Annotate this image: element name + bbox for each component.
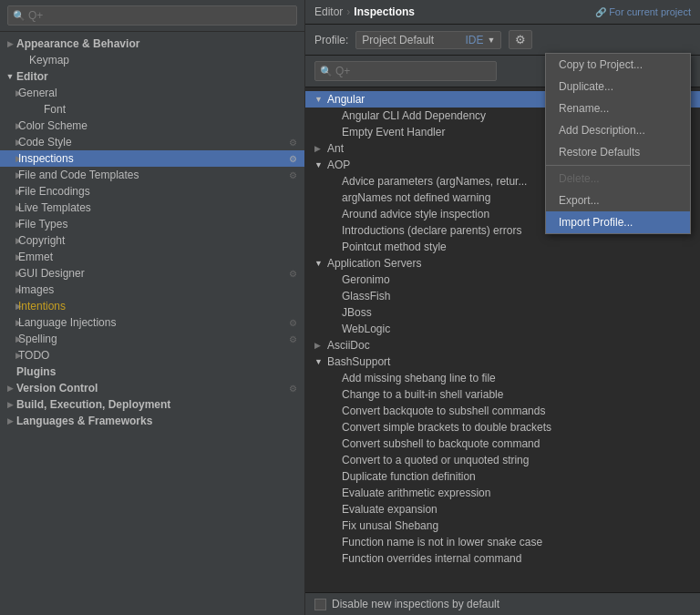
insp-item-label: Function name is not in lower snake case bbox=[327, 536, 691, 548]
insp-item-bash-builtin[interactable]: ▶ Change to a built-in shell variable bbox=[305, 386, 700, 403]
sidebar-item-gui-designer[interactable]: ▶ GUI Designer ⚙ bbox=[0, 265, 304, 282]
sidebar-item-version-control[interactable]: ▶ Version Control ⚙ bbox=[0, 380, 304, 396]
sidebar-tree: ▶ Appearance & Behavior ▶ Keymap ▼ Edito… bbox=[0, 32, 304, 615]
insp-item-weblogic[interactable]: ▶ WebLogic bbox=[305, 321, 700, 337]
dropdown-duplicate[interactable]: Duplicate... bbox=[546, 76, 690, 97]
sidebar-item-color-scheme[interactable]: ▶ Color Scheme bbox=[0, 118, 304, 134]
for-current-label: For current project bbox=[609, 6, 691, 17]
profile-select[interactable]: Project Default IDE ▼ bbox=[355, 31, 501, 49]
sidebar-item-label: GUI Designer bbox=[18, 267, 289, 280]
arrow-spacer: ▶ bbox=[4, 283, 18, 296]
sidebar-item-editor[interactable]: ▼ Editor bbox=[0, 68, 304, 85]
arrow-spacer: ▶ bbox=[4, 169, 18, 181]
arrow-spacer: ▶ bbox=[4, 218, 18, 231]
sidebar-item-copyright[interactable]: ▶ Copyright bbox=[0, 232, 304, 249]
insp-item-bash-arithmetic[interactable]: ▶ Evaluate arithmetic expression bbox=[305, 485, 700, 501]
sidebar-item-label: TODO bbox=[18, 349, 301, 362]
sidebar-item-emmet[interactable]: ▶ Emmet bbox=[0, 249, 304, 265]
dropdown-arrow-icon: ▼ bbox=[487, 36, 495, 45]
profile-gear-button[interactable]: ⚙ bbox=[509, 30, 532, 49]
sidebar-item-file-types[interactable]: ▶ File Types bbox=[0, 216, 304, 232]
sidebar-item-live-templates[interactable]: ▶ Live Templates bbox=[0, 200, 304, 216]
insp-item-bash-shebang2[interactable]: ▶ Fix unusal Shebang bbox=[305, 518, 700, 534]
dropdown-import-profile[interactable]: Import Profile... bbox=[546, 211, 690, 233]
sidebar-search-input[interactable] bbox=[7, 5, 297, 26]
sidebar-item-label: Spelling bbox=[18, 333, 289, 345]
insp-item-bash-subshell[interactable]: ▶ Convert subshell to backquote command bbox=[305, 436, 700, 452]
arrow-spacer: ▶ bbox=[4, 251, 18, 263]
insp-item-bash-quoted[interactable]: ▶ Convert to a quoted or unquoted string bbox=[305, 452, 700, 468]
arrow-spacer: ▶ bbox=[4, 333, 18, 345]
sidebar-item-file-code-templates[interactable]: ▶ File and Code Templates ⚙ bbox=[0, 167, 304, 183]
sidebar-item-inspections[interactable]: ▶ Inspections ⚙ bbox=[0, 150, 304, 167]
sidebar-item-label: Font bbox=[16, 103, 301, 116]
sidebar-item-appearance[interactable]: ▶ Appearance & Behavior bbox=[0, 36, 304, 52]
insp-item-bash-snakecase[interactable]: ▶ Function name is not in lower snake ca… bbox=[305, 534, 700, 550]
insp-group-bashsupport[interactable]: ▼ BashSupport bbox=[305, 354, 700, 370]
insp-item-bash-overrides[interactable]: ▶ Function overrides internal command bbox=[305, 550, 700, 567]
profile-row: Profile: Project Default IDE ▼ ⚙ bbox=[305, 25, 700, 56]
insp-item-label: GlassFish bbox=[327, 290, 691, 302]
sidebar-item-language-injections[interactable]: ▶ Language Injections ⚙ bbox=[0, 314, 304, 331]
disable-new-inspections-checkbox[interactable] bbox=[314, 599, 326, 610]
insp-item-label: Function overrides internal command bbox=[327, 552, 691, 565]
insp-item-label: Duplicate function definition bbox=[327, 470, 691, 483]
sidebar-item-label: Appearance & Behavior bbox=[16, 37, 301, 50]
insp-item-bash-expansion[interactable]: ▶ Evaluate expansion bbox=[305, 501, 700, 518]
insp-item-jboss[interactable]: ▶ JBoss bbox=[305, 304, 700, 321]
profile-select-value: Project Default bbox=[362, 34, 461, 46]
arrow-icon: ▶ bbox=[4, 398, 16, 411]
insp-group-app-servers[interactable]: ▼ Application Servers bbox=[305, 255, 700, 272]
sidebar-search-container: 🔍 bbox=[0, 0, 304, 32]
dropdown-rename[interactable]: Rename... bbox=[546, 97, 690, 119]
insp-item-label: Fix unusal Shebang bbox=[327, 519, 691, 532]
disable-new-inspections-label: Disable new inspections by default bbox=[332, 598, 499, 610]
settings-icon: ⚙ bbox=[289, 170, 301, 180]
insp-item-bash-shebang[interactable]: ▶ Add missing shebang line to file bbox=[305, 370, 700, 386]
inspections-search-input[interactable] bbox=[314, 61, 497, 81]
breadcrumb-editor: Editor bbox=[314, 5, 343, 18]
arrow-icon: ▶ bbox=[4, 316, 18, 329]
sidebar-item-spelling[interactable]: ▶ Spelling ⚙ bbox=[0, 331, 304, 347]
insp-item-glassfish[interactable]: ▶ GlassFish bbox=[305, 288, 700, 304]
sidebar-item-code-style[interactable]: ▶ Code Style ⚙ bbox=[0, 134, 304, 150]
breadcrumb: Editor › Inspections bbox=[314, 5, 415, 18]
sidebar-item-label: Plugins bbox=[16, 365, 301, 378]
insp-item-aop-pointcut[interactable]: ▶ Pointcut method style bbox=[305, 239, 700, 255]
search-icon: 🔍 bbox=[320, 66, 333, 77]
sidebar-item-languages-frameworks[interactable]: ▶ Languages & Frameworks bbox=[0, 413, 304, 429]
search-wrap: 🔍 bbox=[7, 5, 297, 26]
dropdown-copy-to-project[interactable]: Copy to Project... bbox=[546, 54, 690, 76]
arrow-icon: ▶ bbox=[314, 341, 327, 350]
arrow-icon: ▼ bbox=[4, 70, 16, 83]
insp-group-label: BashSupport bbox=[327, 355, 691, 368]
sidebar-item-images[interactable]: ▶ Images bbox=[0, 282, 304, 298]
sidebar-item-font[interactable]: ▶ Font bbox=[0, 101, 304, 118]
arrow-icon: ▶ bbox=[4, 119, 18, 132]
insp-group-asciidoc[interactable]: ▶ AsciiDoc bbox=[305, 337, 700, 354]
dropdown-add-description[interactable]: Add Description... bbox=[546, 119, 690, 141]
dropdown-export[interactable]: Export... bbox=[546, 190, 690, 211]
sidebar-item-todo[interactable]: ▶ TODO bbox=[0, 347, 304, 364]
sidebar-item-general[interactable]: ▶ General bbox=[0, 85, 304, 101]
insp-item-bash-dup-func[interactable]: ▶ Duplicate function definition bbox=[305, 468, 700, 485]
sidebar-item-plugins[interactable]: ▶ Plugins bbox=[0, 364, 304, 380]
sidebar-item-intentions[interactable]: ▶ Intentions bbox=[0, 298, 304, 314]
arrow-icon: ▼ bbox=[314, 357, 327, 366]
sidebar-item-build-execution[interactable]: ▶ Build, Execution, Deployment bbox=[0, 396, 304, 413]
insp-item-bash-brackets[interactable]: ▶ Convert simple brackets to double brac… bbox=[305, 419, 700, 436]
insp-item-geronimo[interactable]: ▶ Geronimo bbox=[305, 272, 700, 288]
right-panel: Editor › Inspections 🔗 For current proje… bbox=[305, 0, 700, 615]
main-container: 🔍 ▶ Appearance & Behavior ▶ Keymap ▼ Edi… bbox=[0, 0, 700, 615]
insp-item-bash-backquote[interactable]: ▶ Convert backquote to subshell commands bbox=[305, 403, 700, 419]
sidebar-item-label: Code Style bbox=[18, 136, 289, 149]
insp-item-label: Change to a built-in shell variable bbox=[327, 388, 691, 401]
sidebar-item-keymap[interactable]: ▶ Keymap bbox=[0, 52, 304, 68]
sidebar-item-label: Intentions bbox=[18, 300, 301, 313]
sidebar-item-file-encodings[interactable]: ▶ File Encodings bbox=[0, 183, 304, 200]
insp-item-label: Pointcut method style bbox=[327, 241, 691, 253]
arrow-icon: ▶ bbox=[4, 87, 18, 99]
dropdown-restore-defaults[interactable]: Restore Defaults bbox=[546, 141, 690, 163]
settings-icon: ⚙ bbox=[289, 269, 301, 279]
arrow-spacer: ▶ bbox=[4, 201, 18, 214]
